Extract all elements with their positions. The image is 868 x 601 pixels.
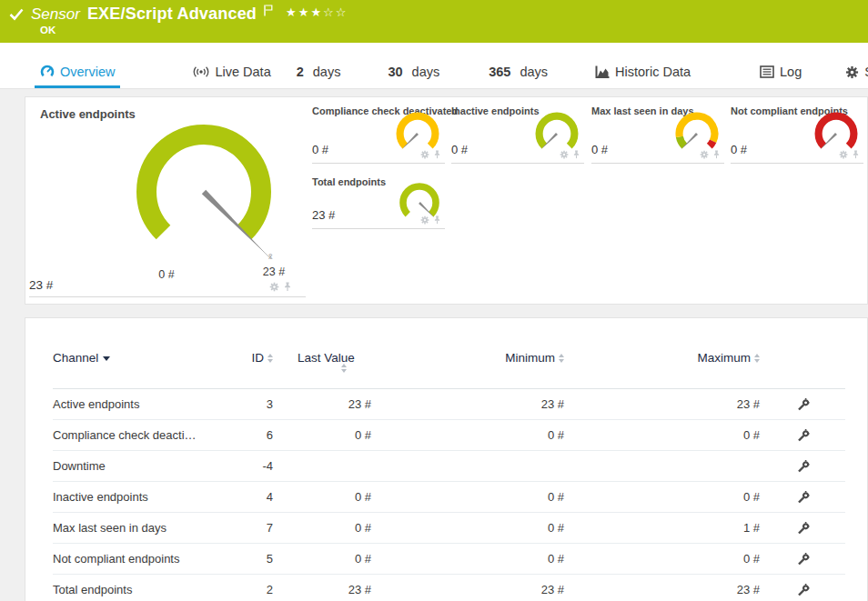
- gauge-pin-icon[interactable]: [852, 150, 860, 159]
- column-header-last-value[interactable]: Last Value: [273, 351, 371, 373]
- tab-live-data[interactable]: Live Data: [187, 65, 276, 88]
- tab-overview[interactable]: Overview: [35, 65, 120, 88]
- channel-minimum: 23 #: [371, 397, 564, 411]
- table-row[interactable]: Max last seen in days 7 0 # 0 # 1 #: [53, 513, 845, 544]
- channel-name: Not compliant endpoints: [53, 552, 217, 566]
- header-minimum-label: Minimum: [505, 351, 555, 365]
- edit-channel-icon[interactable]: [797, 491, 810, 504]
- tab-historic-data[interactable]: Historic Data: [590, 65, 696, 88]
- channel-maximum: 23 #: [564, 583, 760, 596]
- gauge-inactive-endpoints[interactable]: Inactive endpoints 0 #: [449, 101, 584, 164]
- channel-name: Compliance check deacti…: [53, 428, 217, 442]
- gauge-pin-icon[interactable]: [572, 150, 580, 159]
- tab-365-days-label: days: [520, 65, 548, 79]
- tab-365-days-number: 365: [489, 65, 510, 79]
- channel-last-value: 0 #: [273, 428, 371, 442]
- flag-icon[interactable]: [264, 5, 273, 16]
- tab-live-data-label: Live Data: [215, 65, 270, 79]
- sensor-status-bar: Sensor EXE/Script Advanced ★★★☆☆ OK: [0, 0, 868, 43]
- channel-id: 2: [217, 583, 273, 596]
- edit-channel-icon[interactable]: [797, 429, 810, 442]
- table-row[interactable]: Downtime -4: [53, 451, 845, 482]
- gauge-gear-icon[interactable]: [839, 150, 848, 159]
- stars-empty: ☆☆: [323, 5, 348, 19]
- average-marker: x̄: [268, 252, 273, 261]
- column-header-minimum[interactable]: Minimum: [371, 351, 564, 365]
- channel-last-value: 23 #: [273, 583, 371, 596]
- gauge-gear-icon[interactable]: [269, 282, 279, 292]
- gauge-not-compliant-endpoints[interactable]: Not compliant endpoints 0 #: [729, 101, 863, 164]
- log-icon: [760, 65, 774, 78]
- gauge-gear-icon[interactable]: [560, 150, 569, 159]
- header-channel-label: Channel: [53, 351, 98, 365]
- gauge-pin-icon[interactable]: [433, 150, 441, 159]
- gauge-pin-icon[interactable]: [433, 215, 441, 225]
- channel-id: 5: [217, 552, 273, 566]
- sensor-title: EXE/Script Advanced: [87, 5, 257, 24]
- edit-channel-icon[interactable]: [797, 522, 810, 535]
- edit-channel-icon[interactable]: [797, 398, 810, 411]
- tab-settings[interactable]: Settings: [840, 65, 868, 88]
- channel-minimum: 0 #: [371, 521, 564, 535]
- tab-2-days-label: days: [313, 65, 341, 79]
- tab-30-days-number: 30: [388, 65, 402, 79]
- gauge-pin-icon[interactable]: [283, 282, 292, 292]
- edit-channel-icon[interactable]: [797, 553, 810, 566]
- gauge-active-endpoints[interactable]: Active endpoints x̄ 0 # 23 # 23 #: [25, 97, 308, 304]
- channel-id: 3: [217, 397, 273, 411]
- channel-minimum: 0 #: [371, 490, 564, 504]
- channel-last-value: 23 #: [273, 397, 371, 411]
- header-maximum-label: Maximum: [697, 351, 751, 365]
- column-header-id[interactable]: ID: [217, 351, 273, 365]
- tab-historic-data-label: Historic Data: [615, 65, 691, 79]
- gauge-value: 23 #: [312, 208, 335, 222]
- table-row[interactable]: Total endpoints 2 23 # 23 # 23 #: [53, 575, 845, 601]
- tab-log[interactable]: Log: [754, 65, 807, 88]
- channel-name: Total endpoints: [53, 583, 217, 596]
- stars-filled: ★★★: [286, 5, 323, 19]
- table-row[interactable]: Inactive endpoints 4 0 # 0 # 0 #: [53, 482, 845, 513]
- gauge-compliance-check-deactivated[interactable]: Compliance check deactivated 0 #: [310, 101, 445, 164]
- divider: [591, 163, 724, 164]
- table-header-row: Channel ID Last Value Minimum Maximum: [53, 346, 845, 389]
- priority-stars[interactable]: ★★★☆☆: [286, 5, 348, 19]
- gauge-gear-icon[interactable]: [700, 150, 709, 159]
- channel-minimum: 0 #: [371, 552, 564, 566]
- gauge-title: Total endpoints: [312, 176, 386, 187]
- channel-name: Max last seen in days: [53, 521, 217, 535]
- tab-bar: Overview Live Data 2 days 30 days 365 da…: [0, 43, 868, 89]
- column-header-maximum[interactable]: Maximum: [564, 351, 760, 365]
- live-data-icon: [193, 65, 209, 78]
- gauge-value: 0 #: [591, 143, 608, 156]
- gauge-pin-icon[interactable]: [712, 150, 721, 159]
- gauge-value: 0 #: [731, 143, 747, 156]
- tab-settings-label: Settings: [864, 65, 868, 79]
- channel-maximum: 1 #: [564, 521, 760, 535]
- historic-chart-icon: [595, 65, 610, 79]
- table-row[interactable]: Active endpoints 3 23 # 23 # 23 #: [53, 389, 845, 420]
- table-row[interactable]: Not compliant endpoints 5 0 # 0 # 0 #: [53, 544, 845, 575]
- status-check-icon: [9, 8, 24, 21]
- gauge-total-endpoints[interactable]: Total endpoints 23 #: [310, 172, 445, 229]
- object-kind-label: Sensor: [31, 5, 80, 24]
- channel-last-value: 0 #: [273, 490, 371, 504]
- divider: [731, 163, 863, 164]
- tab-365-days[interactable]: 365 days: [483, 65, 553, 88]
- table-row[interactable]: Compliance check deacti… 6 0 # 0 # 0 #: [53, 420, 845, 451]
- gauge-gear-icon[interactable]: [420, 150, 429, 159]
- gauge-gear-icon[interactable]: [420, 215, 429, 225]
- gear-icon: [845, 65, 859, 79]
- divider: [29, 296, 306, 297]
- edit-channel-icon[interactable]: [797, 584, 810, 596]
- sorted-desc-icon: [103, 356, 110, 361]
- gauge-value: 0 #: [312, 143, 328, 156]
- column-header-channel[interactable]: Channel: [53, 351, 217, 365]
- channel-maximum: 0 #: [564, 428, 760, 442]
- gauge-title: Inactive endpoints: [451, 105, 540, 116]
- tab-30-days[interactable]: 30 days: [382, 65, 445, 88]
- active-endpoints-gauge: [113, 101, 295, 283]
- tab-2-days-number: 2: [297, 65, 304, 79]
- tab-2-days[interactable]: 2 days: [291, 65, 347, 88]
- gauge-max-last-seen[interactable]: Max last seen in days 0 #: [590, 101, 724, 164]
- edit-channel-icon[interactable]: [797, 460, 810, 473]
